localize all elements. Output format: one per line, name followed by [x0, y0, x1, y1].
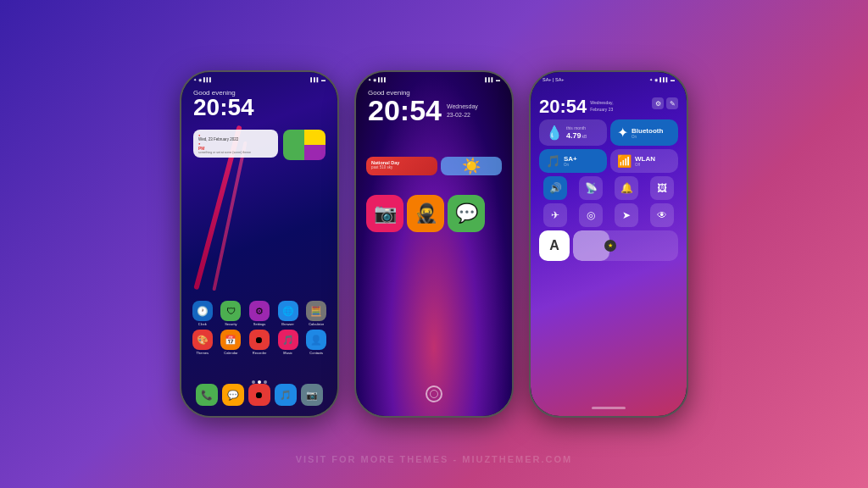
sa-info: SA+ On — [564, 155, 577, 167]
cw-purple — [304, 145, 326, 160]
bt-icon: ✦ — [193, 77, 197, 82]
wlan-icon: 📶 — [617, 154, 632, 168]
music-label: Music — [283, 351, 292, 355]
clock-label: Clock — [198, 322, 207, 326]
phone-2: ✦ ◉ ▌▌▌ ▌▌▌ ▬ Good evening 20:54 Wednesd… — [354, 70, 514, 418]
browser-label: Browser — [281, 322, 294, 326]
themes-label: Themes — [197, 351, 209, 355]
app-contacts[interactable]: 👤 Contacts — [303, 330, 329, 355]
dot-inactive2 — [264, 380, 267, 384]
app-grid-1: 🕐 Clock 🛡 Security ⚙ Settings 🌐 Browser … — [190, 301, 329, 355]
volume-tile[interactable]: 🔊 — [543, 176, 567, 200]
ctrl-day: Wednesday, — [590, 100, 613, 107]
font-label: A — [549, 238, 559, 253]
bluetooth-tile[interactable]: ✦ Bluetooth On — [610, 119, 678, 146]
status-bar-3: SA+ | SA+ ✦ ◉ ▌▌▌ ▬ — [542, 77, 675, 82]
app-clock[interactable]: 🕐 Clock — [190, 301, 215, 326]
wlan-tile[interactable]: 📶 WLAN Off — [610, 149, 678, 173]
signal3-icon: ▌▌▌ — [378, 77, 387, 82]
ctrl-date: February 23 — [590, 107, 613, 114]
security-label: Security — [225, 322, 236, 326]
home-indicator — [592, 407, 626, 409]
watermark-text: VISIT FOR MORE THEMES - MIUZTHEMER.COM — [296, 454, 573, 464]
wlan-sub: Off — [635, 163, 655, 167]
phone-1-screen: ✦ ◉ ▌▌▌ ▌▌▌ ▬ Good evening 20:54 ● Wed, … — [181, 72, 337, 416]
battery3-icon: ▬ — [670, 77, 675, 82]
sun-icon: ☀️ — [462, 157, 481, 175]
contacts-label: Contacts — [309, 351, 323, 355]
battery-icon: ▬ — [321, 77, 326, 82]
water-month-label: this month — [566, 125, 587, 130]
whatsapp-icon[interactable]: 💬 — [448, 195, 485, 232]
camera-button[interactable] — [426, 385, 442, 402]
dock-chat-icon[interactable]: 💬 — [222, 384, 244, 406]
focus-tile[interactable]: ◎ — [579, 203, 603, 227]
app-recorder[interactable]: ⏺ Recorder — [247, 330, 272, 355]
app-calculator[interactable]: 🧮 Calculator — [303, 301, 329, 326]
wifi2-icon: ◉ — [373, 77, 376, 82]
app-music[interactable]: 🎵 Music — [275, 330, 301, 355]
app-settings[interactable]: ⚙ Settings — [247, 301, 272, 326]
recorder-label: Recorder — [253, 351, 266, 355]
instagram-icon[interactable]: 📷 — [366, 195, 403, 232]
phone-3-screen: SA+ | SA+ ✦ ◉ ▌▌▌ ▬ 20:54 Wednesday, Feb… — [531, 72, 687, 416]
contacts-icon: 👤 — [306, 330, 326, 350]
app-calendar[interactable]: 📅 Calendar — [219, 330, 244, 355]
sa-tile[interactable]: 🎵 SA+ On — [539, 149, 607, 173]
sa-label: SA+ — [564, 155, 577, 163]
wlan-label: WLAN — [635, 155, 655, 163]
browser-icon: 🌐 — [278, 301, 298, 321]
status-bar-2: ✦ ◉ ▌▌▌ ▌▌▌ ▬ — [368, 77, 500, 82]
weather-widget: ☀️ — [441, 157, 502, 175]
app-themes[interactable]: 🎨 Themes — [190, 330, 215, 355]
screen-tile[interactable]: 🖼 — [650, 176, 674, 200]
wifi-icon: ◉ — [198, 77, 202, 82]
eye-tile[interactable]: 👁 — [650, 203, 674, 227]
bluetooth-icon: ✦ — [617, 125, 628, 141]
water-drop-icon: 💧 — [546, 125, 563, 141]
app-row-2: 📷 🥷 💬 — [366, 195, 502, 232]
phone-2-screen: ✦ ◉ ▌▌▌ ▌▌▌ ▬ Good evening 20:54 Wednesd… — [356, 72, 512, 416]
widget-line3: something or set at some (some) theme — [198, 151, 273, 154]
bt-info: Bluetooth On — [632, 127, 663, 139]
bt2-icon: ✦ — [368, 77, 371, 82]
edit-icon[interactable]: ✎ — [666, 97, 678, 109]
app-security[interactable]: 🛡 Security — [219, 301, 244, 326]
sky-label: past 510 sky — [371, 165, 432, 169]
water-info: this month 4.79 kB — [566, 125, 587, 140]
ctrl-time-display: 20:54 — [539, 97, 587, 116]
themes-icon: 🎨 — [192, 330, 213, 350]
medium-tiles-row: 🎵 SA+ On 📶 WLAN Off — [539, 149, 678, 173]
app-browser[interactable]: 🌐 Browser — [275, 301, 301, 326]
carrier-text: SA+ | SA+ — [542, 77, 565, 82]
dock-phone-icon[interactable]: 📞 — [196, 384, 218, 406]
brightness-tile[interactable]: ★ — [573, 230, 678, 261]
dock-record-icon[interactable]: ⏺ — [248, 384, 270, 406]
bell-tile[interactable]: 🔔 — [615, 176, 638, 200]
camera-inner — [430, 390, 438, 398]
dock-camera-icon[interactable]: 📷 — [301, 384, 323, 406]
sa-icon: 🎵 — [546, 154, 560, 168]
time-display-2: 20:54 — [368, 96, 442, 125]
signal-tile[interactable]: 📡 — [579, 176, 603, 200]
dock-music-icon[interactable]: 🎵 — [275, 384, 297, 406]
settings-icon: ⚙ — [249, 301, 270, 321]
control-panel: 20:54 Wednesday, February 23 ⚙ ✎ 💧 this … — [539, 94, 678, 399]
ctrl-time-block: 20:54 Wednesday, February 23 ⚙ ✎ — [539, 97, 678, 116]
sa-sub: On — [564, 163, 577, 167]
signal2-icon: ▌▌▌ — [310, 77, 320, 82]
day-2: Wednesday — [447, 103, 478, 111]
gear-icon[interactable]: ⚙ — [652, 97, 664, 109]
bt-sub: On — [632, 135, 663, 139]
font-size-tile[interactable]: A — [539, 230, 570, 261]
location-tile[interactable]: ➤ — [615, 203, 638, 227]
calculator-label: Calculator — [309, 322, 324, 326]
status-right-icons: ▌▌▌ ▬ — [310, 77, 326, 82]
ninja-icon[interactable]: 🥷 — [407, 195, 444, 232]
water-tile[interactable]: 💧 this month 4.79 kB — [539, 119, 607, 146]
airplane-tile[interactable]: ✈ — [543, 203, 567, 227]
calendar-label: Calendar — [224, 351, 237, 355]
ctrl-header-icons: ⚙ ✎ — [652, 97, 678, 109]
recorder-icon: ⏺ — [249, 330, 270, 350]
cw-right — [304, 130, 326, 160]
